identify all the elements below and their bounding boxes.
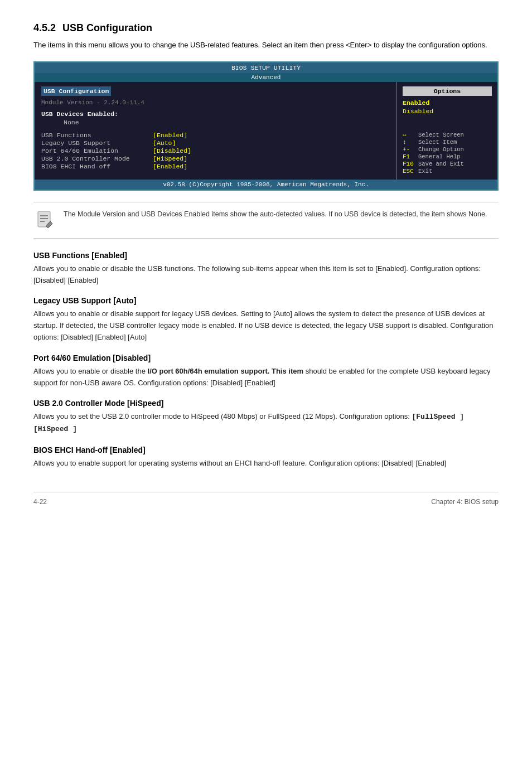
- subsection-heading-port-emulation: Port 64/60 Emulation [Disabled]: [33, 354, 499, 362]
- bios-subheader: Advanced: [35, 73, 497, 82]
- subsection-legacy-usb: Legacy USB Support [Auto] Allows you to …: [33, 296, 499, 343]
- key-desc-esc: Exit: [418, 168, 432, 175]
- esc-icon: ESC: [403, 168, 418, 175]
- config-val-usb20-mode: [HiSpeed]: [153, 155, 187, 162]
- key-desc-select-item: Select Item: [418, 139, 457, 146]
- arrow-leftright-icon: ↔: [403, 132, 418, 138]
- bios-config-table: USB Functions [Enabled] Legacy USB Suppo…: [41, 132, 390, 170]
- note-box: The Module Version and USB Devices Enabl…: [33, 202, 499, 239]
- config-key-usb-functions: USB Functions: [41, 132, 153, 139]
- bios-sidebar: Options Enabled Disabled ↔ Select Screen…: [397, 82, 497, 180]
- bios-main-panel: USB Configuration Module Version - 2.24.…: [35, 82, 397, 180]
- config-key-legacy-usb: Legacy USB Support: [41, 139, 153, 147]
- bios-box: BIOS SETUP UTILITY Advanced USB Configur…: [33, 61, 499, 191]
- subsection-body-ehci-handoff: Allows you to enable support for operati…: [33, 458, 499, 470]
- bios-key-legend: ↔ Select Screen ↕ Select Item +- Change …: [403, 132, 492, 175]
- page-footer: 4-22 Chapter 4: BIOS setup: [33, 492, 499, 506]
- key-f10-save: F10 Save and Exit: [403, 161, 492, 167]
- subsection-heading-usb-functions: USB Functions [Enabled]: [33, 251, 499, 260]
- key-select-screen: ↔ Select Screen: [403, 132, 492, 138]
- arrow-updown-icon: ↕: [403, 139, 418, 146]
- subsection-ehci-handoff: BIOS EHCI Hand-off [Enabled] Allows you …: [33, 446, 499, 470]
- config-key-usb20-mode: USB 2.0 Controller Mode: [41, 155, 153, 162]
- config-row-usb-functions[interactable]: USB Functions [Enabled]: [41, 132, 390, 139]
- subsection-heading-legacy-usb: Legacy USB Support [Auto]: [33, 296, 499, 305]
- bios-options-label: Options: [403, 86, 492, 96]
- config-val-port-emulation: [Disabled]: [153, 147, 191, 154]
- subsection-usb-functions: USB Functions [Enabled] Allows you to en…: [33, 251, 499, 287]
- key-select-item: ↕ Select Item: [403, 139, 492, 146]
- bios-module-version: Module Version - 2.24.0-11.4: [41, 99, 390, 106]
- page-title: USB Configuration: [62, 22, 152, 34]
- config-val-usb-functions: [Enabled]: [153, 132, 187, 139]
- note-icon: [33, 209, 56, 231]
- subsection-heading-usb20-mode: USB 2.0 Controller Mode [HiSpeed]: [33, 399, 499, 408]
- section-number: 4.5.2: [33, 22, 56, 34]
- subsection-body-usb-functions: Allows you to enable or disable the USB …: [33, 263, 499, 287]
- subsection-usb20-mode: USB 2.0 Controller Mode [HiSpeed] Allows…: [33, 399, 499, 435]
- config-row-legacy-usb[interactable]: Legacy USB Support [Auto]: [41, 139, 390, 147]
- intro-text: The items in this menu allows you to cha…: [33, 40, 499, 51]
- key-desc-change-option: Change Option: [418, 146, 464, 153]
- key-desc-f1: General Help: [418, 153, 461, 160]
- subsection-body-legacy-usb: Allows you to enable or disable support …: [33, 308, 499, 343]
- config-row-usb20-mode[interactable]: USB 2.0 Controller Mode [HiSpeed]: [41, 155, 390, 162]
- bios-devices-none: None: [64, 119, 390, 126]
- footer-chapter: Chapter 4: BIOS setup: [431, 498, 499, 506]
- subsection-port-emulation: Port 64/60 Emulation [Disabled] Allows y…: [33, 354, 499, 389]
- option-enabled[interactable]: Enabled: [403, 99, 492, 107]
- f1-icon: F1: [403, 153, 418, 160]
- subsection-heading-ehci-handoff: BIOS EHCI Hand-off [Enabled]: [33, 446, 499, 454]
- note-text: The Module Version and USB Devices Enabl…: [64, 209, 487, 220]
- config-key-ehci-handoff: BIOS EHCI Hand-off: [41, 163, 153, 170]
- config-key-port-emulation: Port 64/60 Emulation: [41, 147, 153, 154]
- config-val-ehci-handoff: [Enabled]: [153, 163, 187, 170]
- plusminus-icon: +-: [403, 146, 418, 153]
- f10-icon: F10: [403, 161, 418, 167]
- key-desc-f10: Save and Exit: [418, 161, 464, 167]
- config-row-port-emulation[interactable]: Port 64/60 Emulation [Disabled]: [41, 147, 390, 154]
- mono-hispeed: [HiSpeed ]: [33, 425, 77, 433]
- subsection-body-usb20-mode: Allows you to set the USB 2.0 controller…: [33, 411, 499, 435]
- option-disabled[interactable]: Disabled: [403, 108, 492, 115]
- key-change-option: +- Change Option: [403, 146, 492, 153]
- config-val-legacy-usb: [Auto]: [153, 139, 176, 147]
- footer-page-number: 4-22: [33, 498, 47, 506]
- bold-io-port: I/O port 60h/64h emulation support. This…: [148, 367, 304, 375]
- config-row-ehci-handoff[interactable]: BIOS EHCI Hand-off [Enabled]: [41, 163, 390, 170]
- key-desc-select-screen: Select Screen: [418, 132, 464, 138]
- bios-header: BIOS SETUP UTILITY: [35, 62, 497, 73]
- mono-fullspeed: [FullSpeed ]: [412, 413, 465, 421]
- bios-devices-enabled-label: USB Devices Enabled:: [41, 110, 390, 118]
- bios-footer: v02.58 (C)Copyright 1985-2006, American …: [35, 180, 497, 190]
- bios-section-label: USB Configuration: [41, 86, 111, 96]
- key-f1-help: F1 General Help: [403, 153, 492, 160]
- key-esc-exit: ESC Exit: [403, 168, 492, 175]
- subsection-body-port-emulation: Allows you to enable or disable the I/O …: [33, 366, 499, 389]
